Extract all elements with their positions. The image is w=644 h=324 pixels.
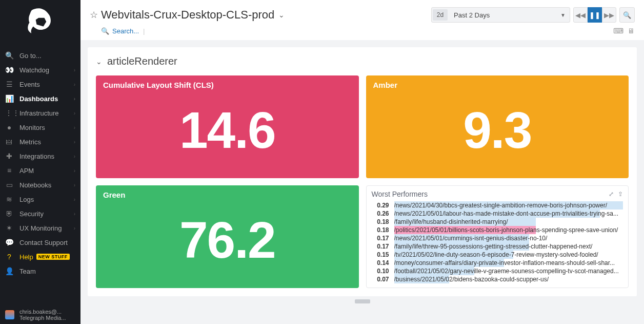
sidebar-item-go-to-[interactable]: 🔍Go to...: [0, 48, 80, 63]
worst-path: /news/2021/05/01/cummings-isnt-genius-di…: [394, 234, 623, 242]
search-button[interactable]: 🔍: [619, 7, 635, 23]
list-icon: ☰: [5, 80, 13, 88]
sidebar-item-label: Events: [19, 81, 40, 88]
tile-grid: Cumulative Layout Shift (CLS) 14.6 Amber…: [96, 75, 629, 288]
panel: ⌄ articleRenderer Cumulative Layout Shif…: [88, 47, 637, 296]
title-dropdown-icon[interactable]: ⌄: [278, 11, 285, 19]
worst-value: 0.15: [372, 251, 389, 259]
chevron-right-icon: ›: [74, 197, 75, 202]
worst-list: 0.29/news/2021/04/30/bbcs-greatest-singl…: [372, 201, 623, 283]
time-label: Past 2 Days: [449, 11, 556, 19]
worst-row[interactable]: 0.18/politics/2021/05/01/billions-scots-…: [372, 226, 623, 234]
sidebar-item-integrations[interactable]: ✚Integrations›: [0, 149, 80, 163]
sidebar-item-help[interactable]: ?HelpNEW STUFF: [0, 250, 80, 264]
sidebar-item-logs[interactable]: ≋Logs›: [0, 192, 80, 206]
worst-row[interactable]: 0.15/tv/2021/05/02/line-duty-season-6-ep…: [372, 251, 623, 259]
sidebar-item-security[interactable]: ⛨Security›: [0, 206, 80, 221]
sidebar-item-events[interactable]: ☰Events›: [0, 77, 80, 91]
tile-amber[interactable]: Amber 9.3: [366, 75, 629, 178]
ux-icon: ✶: [5, 224, 13, 232]
worst-title: Worst Performers: [372, 190, 428, 198]
section-header: ⌄ articleRenderer: [96, 55, 629, 67]
expand-icon[interactable]: ⤢: [609, 190, 614, 198]
user-block[interactable]: chris.boakes@... Telegraph Media...: [0, 306, 80, 324]
sidebar-item-label: Infrastructure: [19, 109, 59, 117]
worst-row[interactable]: 0.07/business/2021/05/02/bidens-bazooka-…: [372, 275, 623, 283]
worst-row[interactable]: 0.14/money/consumer-affairs/diary-privat…: [372, 259, 623, 267]
sidebar-item-monitors[interactable]: ●Monitors›: [0, 120, 80, 135]
nav-list: 🔍Go to...👀Watchdog›☰Events›📊Dashboards›⋮…: [0, 48, 80, 306]
sidebar-item-infrastructure[interactable]: ⋮⋮Infrastructure›: [0, 106, 80, 120]
worst-value: 0.26: [372, 209, 389, 218]
sidebar-item-apm[interactable]: ≡APM›: [0, 163, 80, 178]
worst-value: 0.10: [372, 267, 389, 275]
user-name: chris.boakes@...: [19, 309, 66, 315]
play-controls: ◀◀ ❚❚ ▶▶: [573, 7, 616, 23]
chevron-right-icon: ›: [74, 211, 75, 217]
worst-path: /news/2021/05/01/labour-has-made-mistake…: [394, 209, 623, 218]
worst-row[interactable]: 0.10/football/2021/05/02/gary-neville-v-…: [372, 267, 623, 275]
sidebar-item-watchdog[interactable]: 👀Watchdog›: [0, 63, 80, 77]
chevron-down-icon[interactable]: ⌄: [96, 58, 102, 66]
chevron-right-icon: ›: [74, 182, 75, 188]
export-icon[interactable]: ⇪: [618, 190, 623, 198]
search-icon: 🔍: [5, 51, 13, 60]
star-icon[interactable]: ☆: [90, 9, 98, 21]
time-dropdown-icon: ▼: [556, 12, 570, 18]
keyboard-icon[interactable]: ⌨: [613, 27, 623, 35]
time-range-picker[interactable]: 2d Past 2 Days ▼: [431, 7, 570, 23]
tile-value: 14.6: [179, 101, 275, 160]
sidebar-item-label: Team: [19, 268, 36, 275]
tile-cls[interactable]: Cumulative Layout Shift (CLS) 14.6: [96, 75, 359, 178]
worst-path: /football/2021/05/02/gary-neville-v-grae…: [394, 267, 623, 275]
worst-row[interactable]: 0.17/news/2021/05/01/cummings-isnt-geniu…: [372, 234, 623, 242]
sidebar-item-label: Logs: [19, 196, 34, 203]
binoculars-icon: 👀: [5, 66, 13, 74]
chevron-right-icon: ›: [74, 125, 75, 130]
team-icon: 👤: [5, 267, 13, 275]
chevron-right-icon: ›: [74, 154, 75, 159]
sidebar-item-label: Watchdog: [19, 66, 49, 74]
worst-path: /money/consumer-affairs/diary-private-in…: [394, 259, 623, 267]
help-icon: ?: [5, 253, 13, 261]
chevron-right-icon: ›: [74, 67, 75, 73]
worst-row[interactable]: 0.26/news/2021/05/01/labour-has-made-mis…: [372, 209, 623, 218]
pause-button[interactable]: ❚❚: [588, 7, 602, 23]
tile-green[interactable]: Green 76.2: [96, 185, 359, 288]
logo[interactable]: [0, 0, 80, 48]
sidebar-item-team[interactable]: 👤Team: [0, 264, 80, 278]
chevron-right-icon: ›: [74, 82, 75, 87]
worst-row[interactable]: 0.29/news/2021/04/30/bbcs-greatest-singl…: [372, 201, 623, 209]
shield-icon: ⛨: [5, 209, 13, 218]
page-title: Webvitals-Crux-Desktop-CLS-prod: [101, 8, 274, 22]
worst-row[interactable]: 0.17/family/life/threw-95-possessions-ge…: [372, 242, 623, 251]
main: ☆ Webvitals-Crux-Desktop-CLS-prod ⌄ 2d P…: [80, 0, 644, 324]
worst-row[interactable]: 0.18/family/life/husband-disinherited-ma…: [372, 218, 623, 226]
forward-button[interactable]: ▶▶: [602, 7, 616, 23]
worst-path: /business/2021/05/02/bidens-bazooka-coul…: [394, 275, 623, 283]
search-icon: 🔍: [101, 27, 109, 35]
worst-path: /family/life/threw-95-possessions-gettin…: [394, 242, 623, 251]
chevron-right-icon: ›: [74, 96, 75, 102]
worst-value: 0.17: [372, 234, 389, 242]
dashboard-icon: 📊: [5, 94, 13, 103]
tile-label: Amber: [373, 81, 622, 89]
worst-value: 0.29: [372, 201, 389, 209]
fullscreen-icon[interactable]: 🖥: [628, 27, 635, 35]
sidebar-item-contact-support[interactable]: 💬Contact Support: [0, 235, 80, 250]
chevron-right-icon: ›: [74, 139, 75, 145]
sidebar-item-label: Integrations: [19, 153, 54, 160]
drag-handle[interactable]: [88, 299, 637, 304]
sidebar-item-label: Security: [19, 210, 44, 218]
sidebar-item-ux-monitoring[interactable]: ✶UX Monitoring›: [0, 221, 80, 235]
rewind-button[interactable]: ◀◀: [573, 7, 588, 23]
sidebar-item-label: APM: [19, 167, 34, 175]
tile-value: 9.3: [463, 101, 531, 160]
sidebar-item-notebooks[interactable]: ▭Notebooks›: [0, 178, 80, 192]
sidebar-item-dashboards[interactable]: 📊Dashboards›: [0, 91, 80, 106]
worst-path: /politics/2021/05/01/billions-scots-bori…: [394, 226, 623, 234]
search-input[interactable]: Search...: [112, 27, 139, 35]
sidebar-item-metrics[interactable]: 🜲Metrics›: [0, 135, 80, 149]
section-title: articleRenderer: [107, 55, 177, 67]
worst-value: 0.17: [372, 242, 389, 251]
